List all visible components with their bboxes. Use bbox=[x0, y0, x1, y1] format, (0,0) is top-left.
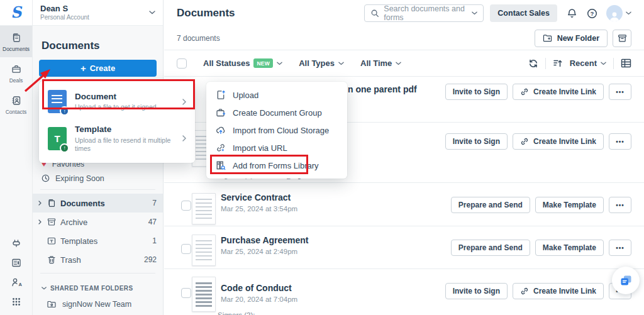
create-invite-link-button[interactable]: Create Invite Link bbox=[513, 84, 604, 100]
row-checkbox[interactable] bbox=[181, 244, 191, 254]
team-folder-label: signNow New Team bbox=[62, 300, 131, 309]
create-menu-item-document[interactable]: ↑ Document Upload a file to get it signe… bbox=[39, 85, 195, 119]
submenu-label: Add from Forms Library bbox=[233, 161, 319, 170]
create-button[interactable]: + Create bbox=[39, 60, 157, 77]
submenu-item-create-document-group[interactable]: Create Document Group bbox=[206, 104, 347, 121]
submenu-item-import-cloud[interactable]: Import from Cloud Storage bbox=[206, 121, 347, 139]
submenu-item-forms-library[interactable]: Add from Forms Library bbox=[206, 157, 347, 174]
rail-item-documents[interactable]: Documents bbox=[0, 26, 32, 57]
shared-team-folders-header[interactable]: SHARED TEAM FOLDERS bbox=[33, 277, 163, 296]
create-menu-item-template[interactable]: T↑ Template Upload a file to resend it m… bbox=[39, 119, 195, 159]
row-checkbox[interactable] bbox=[181, 201, 191, 211]
invite-to-sign-button[interactable]: Invite to Sign bbox=[445, 133, 508, 150]
chevron-down-icon bbox=[338, 62, 344, 65]
more-actions-button[interactable]: ••• bbox=[609, 133, 631, 150]
filter-time[interactable]: All Time bbox=[360, 58, 401, 68]
chevron-right-icon bbox=[182, 135, 186, 141]
filter-label: All Time bbox=[360, 58, 392, 68]
filter-types[interactable]: All Types bbox=[299, 58, 344, 68]
table-view-icon[interactable] bbox=[621, 58, 631, 68]
sidebar-item-expiring-soon[interactable]: Expiring Soon bbox=[33, 171, 163, 185]
folder-count: 292 bbox=[144, 255, 157, 264]
template-upload-icon: T↑ bbox=[48, 127, 67, 150]
new-folder-button[interactable]: New Folder bbox=[535, 30, 608, 47]
folder-count: 47 bbox=[148, 218, 157, 226]
news-forms-icon[interactable] bbox=[11, 257, 22, 268]
document-row[interactable]: Code of Conduct Mar 20, 2024 at 7:04pm I… bbox=[164, 269, 644, 315]
admin-user-icon[interactable]: A bbox=[11, 277, 22, 288]
menu-item-title: Document bbox=[75, 91, 174, 102]
account-type: Personal Account bbox=[40, 14, 89, 22]
submenu-item-upload[interactable]: Upload bbox=[206, 86, 347, 104]
filter-statuses[interactable]: All Statuses NEW bbox=[203, 58, 282, 68]
filter-label: All Statuses bbox=[203, 58, 250, 68]
select-all-checkbox[interactable] bbox=[177, 58, 187, 69]
archive-selected-button[interactable] bbox=[613, 30, 631, 47]
sidebar-folder-trash[interactable]: Trash 292 bbox=[33, 250, 163, 269]
shared-folder-icon bbox=[47, 299, 57, 309]
row-checkbox[interactable] bbox=[181, 288, 191, 298]
document-row[interactable]: Purchase Agreement Mar 25, 2024 at 2:49p… bbox=[164, 226, 644, 269]
sort-order-dropdown[interactable]: Recent bbox=[570, 58, 606, 68]
search-input[interactable]: Search documents and forms bbox=[364, 4, 484, 22]
user-menu[interactable] bbox=[606, 5, 631, 21]
account-name: Dean S bbox=[40, 4, 89, 14]
documents-stack-icon bbox=[11, 32, 22, 43]
chevron-down-icon bbox=[601, 62, 606, 65]
rail-item-deals[interactable]: Deals bbox=[0, 57, 32, 89]
chat-support-button[interactable] bbox=[612, 267, 640, 294]
notifications-bell-icon[interactable] bbox=[567, 8, 577, 19]
rail-label: Documents bbox=[3, 46, 30, 52]
signnow-logo[interactable]: S bbox=[0, 0, 32, 26]
rail-item-contacts[interactable]: Contacts bbox=[0, 89, 32, 120]
rail-label: Contacts bbox=[6, 109, 27, 115]
sidebar-folder-documents[interactable]: Documents 7 bbox=[33, 194, 163, 213]
submenu-item-import-url[interactable]: Import via URL bbox=[206, 139, 347, 157]
invite-to-sign-button[interactable]: Invite to Sign bbox=[445, 283, 508, 299]
folder-count: 1 bbox=[152, 236, 157, 245]
contact-sales-button[interactable]: Contact Sales bbox=[490, 4, 557, 22]
chevron-down-icon[interactable] bbox=[472, 11, 477, 15]
make-template-button[interactable]: Make Template bbox=[535, 240, 604, 256]
account-switcher[interactable]: Dean S Personal Account bbox=[33, 0, 163, 26]
document-thumbnail bbox=[192, 193, 216, 224]
document-title: Service Contract bbox=[221, 192, 297, 202]
sidebar-folder-archive[interactable]: Archive 47 bbox=[33, 213, 163, 231]
document-create-submenu: Upload Create Document Group Import from… bbox=[206, 82, 347, 179]
create-invite-link-button[interactable]: Create Invite Link bbox=[513, 133, 604, 150]
filter-bar: All Statuses NEW All Types All Time Rece… bbox=[164, 50, 644, 77]
button-label: Create Invite Link bbox=[533, 287, 596, 296]
more-actions-button[interactable]: ••• bbox=[609, 84, 631, 100]
create-invite-link-button[interactable]: Create Invite Link bbox=[513, 283, 604, 299]
chat-icon bbox=[619, 274, 633, 287]
sort-icon[interactable] bbox=[553, 58, 563, 69]
link-icon bbox=[520, 87, 529, 96]
document-row[interactable]: Service Contract Mar 25, 2024 at 3:54pm … bbox=[164, 183, 644, 226]
menu-item-title: Template bbox=[75, 124, 174, 135]
help-icon[interactable]: ? bbox=[587, 8, 597, 19]
more-actions-button[interactable]: ••• bbox=[609, 240, 631, 256]
new-folder-label: New Folder bbox=[557, 34, 599, 43]
contacts-book-icon bbox=[11, 95, 22, 106]
make-template-button[interactable]: Make Template bbox=[535, 197, 604, 213]
sidebar-team-folder[interactable]: signNow New Team bbox=[33, 296, 163, 313]
prepare-and-send-button[interactable]: Prepare and Send bbox=[451, 240, 530, 256]
more-actions-button[interactable]: ••• bbox=[609, 197, 631, 213]
submenu-label: Create Document Group bbox=[233, 108, 322, 118]
folder-count: 7 bbox=[152, 199, 157, 207]
api-plug-icon[interactable] bbox=[11, 238, 22, 249]
app-grid-icon[interactable] bbox=[11, 296, 22, 307]
document-upload-icon: ↑ bbox=[48, 90, 67, 113]
chevron-down-icon bbox=[149, 11, 155, 14]
sort-label: Recent bbox=[570, 58, 597, 68]
submenu-label: Import via URL bbox=[233, 143, 287, 153]
search-icon bbox=[370, 9, 379, 18]
chevron-down-icon bbox=[396, 62, 401, 65]
invite-to-sign-button[interactable]: Invite to Sign bbox=[445, 84, 508, 100]
prepare-and-send-button[interactable]: Prepare and Send bbox=[451, 197, 530, 213]
refresh-icon[interactable] bbox=[528, 58, 538, 69]
section-label: SHARED TEAM FOLDERS bbox=[50, 285, 133, 292]
document-group-icon bbox=[216, 108, 226, 118]
sidebar-folder-templates[interactable]: Templates 1 bbox=[33, 231, 163, 250]
signnow-s-icon: S bbox=[10, 4, 22, 20]
